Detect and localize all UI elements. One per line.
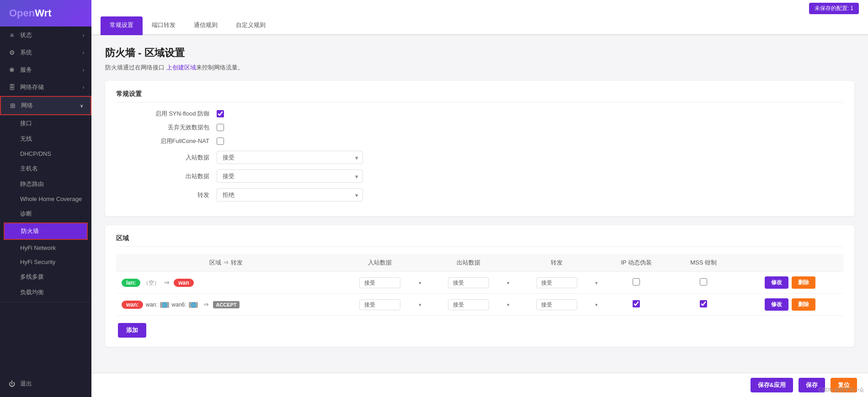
forward-select[interactable]: 接受 拒绝 拒绝 丢弃	[217, 188, 363, 201]
add-zone-button[interactable]: 添加	[118, 323, 146, 338]
sidebar-item-network[interactable]: ⊞ 网络 ∨	[0, 96, 91, 115]
inbound-control: 接受 拒绝 丢弃	[217, 151, 363, 164]
lan-zone-cell: lan: （空） ⇒ wan	[116, 272, 336, 294]
lan-inbound-cell: 接受 拒绝 丢弃	[336, 272, 424, 294]
network-icon: ⊞	[8, 102, 17, 109]
wan-label2: wan6:	[172, 302, 186, 308]
sub-label-diagnostics: 诊断	[20, 210, 32, 218]
sidebar-sub-loadbalance[interactable]: 负载均衡	[0, 285, 91, 300]
sidebar-item-network-storage[interactable]: 🗄 网络存储 ›	[0, 79, 91, 96]
lan-delete-button[interactable]: 删除	[792, 276, 815, 289]
lan-forward-select[interactable]: 接受 拒绝 丢弃	[536, 277, 577, 288]
sidebar-sub-diagnostics[interactable]: 诊断	[0, 206, 91, 222]
topbar: 未保存的配置: 1	[800, 0, 868, 16]
system-icon: ⚙	[7, 49, 16, 56]
lan-masquerade-cell	[601, 272, 671, 294]
sidebar-sub-whole-home[interactable]: Whole Home Coverage	[0, 192, 91, 206]
arrow-icon-network: ∨	[80, 103, 83, 108]
sub-label-static-route: 静态路由	[20, 180, 44, 188]
wan-badge: wan	[174, 279, 193, 287]
col-actions	[735, 254, 843, 272]
inbound-select[interactable]: 接受 拒绝 丢弃	[217, 151, 363, 164]
sidebar-label-status: 状态	[20, 31, 32, 39]
sidebar-sub-wireless[interactable]: 无线	[0, 131, 91, 147]
sidebar-item-services[interactable]: ❋ 服务 ›	[0, 61, 91, 79]
zone-card: 区域 区域 ⇒ 转发 入站数据 出站数据 转发 IP 动态伪装 MSS 钳制	[105, 225, 854, 347]
sidebar-sub-dhcp-dns[interactable]: DHCP/DNS	[0, 147, 91, 161]
syn-flood-control	[217, 110, 224, 117]
add-zone-area: 添加	[116, 323, 843, 338]
wan-mss-cell	[672, 294, 735, 316]
wan-masquerade-checkbox[interactable]	[633, 300, 640, 307]
wan-edit-button[interactable]: 修改	[765, 298, 788, 311]
wan-label1: wan:	[146, 302, 157, 308]
wan-icon2: 🌐	[189, 302, 198, 308]
sidebar-label-network: 网络	[21, 101, 33, 110]
wan-icon1: 🌐	[160, 302, 169, 308]
zone-table-header: 区域 ⇒ 转发 入站数据 出站数据 转发 IP 动态伪装 MSS 钳制	[116, 254, 843, 272]
sub-label-hostname: 主机名	[20, 164, 38, 173]
sub-label-hyfi-security: HyFi Security	[20, 259, 55, 265]
lan-mss-checkbox[interactable]	[700, 278, 707, 286]
wan-src-badge: wan:	[122, 301, 143, 309]
wan-zone-cell: wan: wan: 🌐 wan6: 🌐 ⇒ ACCEPT	[116, 294, 336, 316]
sub-label-dhcp-dns: DHCP/DNS	[20, 150, 51, 157]
outbound-select[interactable]: 接受 拒绝 丢弃	[217, 169, 363, 183]
sidebar-sub-hyfi-security[interactable]: HyFi Security	[0, 255, 91, 269]
zone-table: 区域 ⇒ 转发 入站数据 出站数据 转发 IP 动态伪装 MSS 钳制 lan:	[116, 254, 843, 316]
tab-custom-rules[interactable]: 自定义规则	[227, 16, 275, 35]
wan-outbound-select[interactable]: 接受 拒绝 丢弃	[448, 299, 489, 310]
sidebar-sub-hyfi-network[interactable]: HyFi Network	[0, 241, 91, 255]
sidebar-sub-multiwan[interactable]: 多线多拨	[0, 269, 91, 285]
inbound-row: 入站数据 接受 拒绝 丢弃	[116, 151, 843, 164]
wan-mss-checkbox[interactable]	[700, 300, 707, 307]
page-title: 防火墙 - 区域设置	[105, 46, 854, 60]
tabs-bar: 常规设置 端口转发 通信规则 自定义规则	[91, 0, 868, 35]
invalid-packets-checkbox[interactable]	[217, 124, 224, 131]
lan-mss-cell	[672, 272, 735, 294]
outbound-select-wrap: 接受 拒绝 丢弃	[217, 169, 363, 183]
arrow-icon-system: ›	[83, 50, 84, 55]
invalid-packets-row: 丢弃无效数据包	[116, 123, 843, 132]
syn-flood-checkbox[interactable]	[217, 110, 224, 117]
sub-label-wireless: 无线	[20, 135, 32, 143]
sidebar-item-status[interactable]: ≡ 状态 ›	[0, 26, 91, 44]
bottom-bar: 保存&应用 保存 复位	[91, 373, 868, 397]
outbound-control: 接受 拒绝 丢弃	[217, 169, 363, 183]
fullcone-nat-checkbox[interactable]	[217, 138, 224, 145]
wan-inbound-select[interactable]: 接受 拒绝 丢弃	[359, 299, 400, 310]
sidebar-sub-static-route[interactable]: 静态路由	[0, 176, 91, 192]
syn-flood-row: 启用 SYN-flood 防御	[116, 110, 843, 118]
tab-port-forward[interactable]: 端口转发	[143, 16, 185, 35]
wan-forward-select[interactable]: 接受 拒绝 丢弃	[536, 299, 577, 310]
forward-control: 接受 拒绝 拒绝 丢弃	[217, 188, 363, 201]
outbound-label: 出站数据	[116, 172, 217, 180]
sidebar-sub-interface[interactable]: 接口	[0, 116, 91, 131]
lan-outbound-select[interactable]: 接受 拒绝 丢弃	[448, 277, 489, 288]
col-zone-forward: 区域 ⇒ 转发	[116, 254, 336, 272]
arrow-icon-storage: ›	[83, 85, 84, 90]
wan-delete-button[interactable]: 删除	[792, 298, 815, 311]
logout-icon: ⏻	[7, 380, 16, 387]
zone-section-title: 区域	[116, 234, 843, 247]
unsaved-badge: 未保存的配置: 1	[809, 3, 859, 14]
sidebar-item-system[interactable]: ⚙ 系统 ›	[0, 44, 91, 61]
sidebar-label-system: 系统	[20, 48, 32, 57]
lan-edit-button[interactable]: 修改	[765, 276, 788, 289]
lan-masquerade-checkbox[interactable]	[633, 278, 640, 286]
sidebar-item-logout[interactable]: ⏻ 退出	[7, 375, 84, 392]
main-panel: 未保存的配置: 1 常规设置 端口转发 通信规则 自定义规则 防火墙 - 区域设…	[91, 0, 868, 397]
services-icon: ❋	[7, 66, 16, 74]
page-description: 防火墙通过在网络接口 上创建区域来控制网络流量。	[105, 64, 854, 72]
sidebar-sub-firewall[interactable]: 防火墙	[4, 222, 88, 240]
sidebar-sub-hostname[interactable]: 主机名	[0, 161, 91, 176]
forward-select-wrap: 接受 拒绝 拒绝 丢弃	[217, 188, 363, 201]
sidebar: OpenWrt ≡ 状态 › ⚙ 系统 › ❋ 服务 › 🗄 网络存储 › ⊞ …	[0, 0, 91, 397]
save-apply-button[interactable]: 保存&应用	[751, 378, 793, 392]
tab-traffic-rules[interactable]: 通信规则	[185, 16, 227, 35]
tab-general[interactable]: 常规设置	[101, 16, 143, 35]
lan-inbound-select[interactable]: 接受 拒绝 丢弃	[359, 277, 400, 288]
status-icon: ≡	[7, 32, 16, 39]
lan-forward-cell: 接受 拒绝 丢弃	[512, 272, 601, 294]
interface-link[interactable]: 上创建区域	[166, 64, 196, 71]
